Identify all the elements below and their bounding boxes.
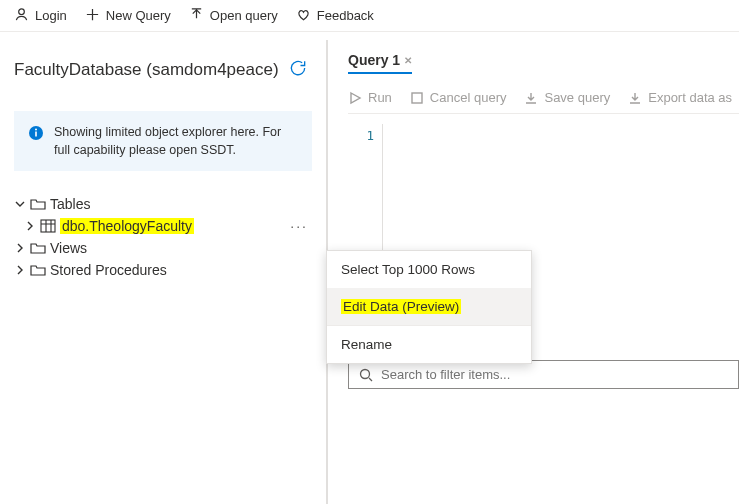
refresh-button[interactable] — [288, 58, 308, 81]
cancel-query-button[interactable]: Cancel query — [410, 90, 507, 105]
folder-icon — [30, 241, 46, 255]
svg-point-6 — [361, 369, 370, 378]
info-banner: Showing limited object explorer here. Fo… — [14, 111, 312, 171]
upload-icon — [189, 7, 204, 25]
folder-icon — [30, 197, 46, 211]
object-tree: Tables dbo.TheologyFaculty ··· Views Sto… — [14, 193, 312, 281]
run-label: Run — [368, 90, 392, 105]
info-icon — [28, 123, 44, 159]
search-icon — [359, 368, 373, 382]
svg-rect-2 — [35, 132, 37, 137]
tree-node-table-item[interactable]: dbo.TheologyFaculty ··· — [14, 215, 312, 237]
play-icon — [348, 91, 362, 105]
info-text: Showing limited object explorer here. Fo… — [54, 123, 298, 159]
square-icon — [410, 91, 424, 105]
run-button[interactable]: Run — [348, 90, 392, 105]
close-icon[interactable]: ✕ — [404, 55, 412, 66]
open-query-button[interactable]: Open query — [189, 7, 278, 25]
table-item-more-button[interactable]: ··· — [290, 218, 312, 234]
chevron-right-icon — [14, 264, 26, 276]
ctx-select-top-1000[interactable]: Select Top 1000 Rows — [327, 251, 531, 288]
top-toolbar: Login New Query Open query Feedback — [0, 0, 739, 32]
feedback-label: Feedback — [317, 8, 374, 23]
export-data-button[interactable]: Export data as — [628, 90, 732, 105]
views-label: Views — [50, 240, 87, 256]
new-query-label: New Query — [106, 8, 171, 23]
filter-search-box[interactable] — [348, 360, 739, 389]
chevron-right-icon — [24, 220, 36, 232]
query-tab-bar: Query 1 ✕ — [348, 48, 739, 74]
heart-icon — [296, 7, 311, 25]
login-button[interactable]: Login — [14, 7, 67, 25]
refresh-icon — [288, 58, 308, 78]
cancel-label: Cancel query — [430, 90, 507, 105]
folder-icon — [30, 263, 46, 277]
login-label: Login — [35, 8, 67, 23]
tree-node-sprocs[interactable]: Stored Procedures — [14, 259, 312, 281]
save-query-button[interactable]: Save query — [524, 90, 610, 105]
feedback-button[interactable]: Feedback — [296, 7, 374, 25]
chevron-right-icon — [14, 242, 26, 254]
filter-input[interactable] — [381, 367, 728, 382]
export-label: Export data as — [648, 90, 732, 105]
chevron-down-icon — [14, 198, 26, 210]
database-title: FacultyDatabase (samdom4peace) — [14, 60, 279, 80]
open-query-label: Open query — [210, 8, 278, 23]
object-explorer-sidebar: FacultyDatabase (samdom4peace) Showing l… — [0, 32, 326, 504]
download-icon — [628, 91, 642, 105]
plus-icon — [85, 7, 100, 25]
tree-node-views[interactable]: Views — [14, 237, 312, 259]
table-icon — [40, 219, 56, 233]
sprocs-label: Stored Procedures — [50, 262, 167, 278]
ctx-edit-data-label: Edit Data (Preview) — [341, 299, 461, 314]
user-icon — [14, 7, 29, 25]
gutter-line-1: 1 — [348, 128, 374, 143]
table-item-label: dbo.TheologyFaculty — [60, 218, 194, 234]
svg-rect-4 — [41, 220, 55, 232]
tab-label: Query 1 — [348, 52, 400, 68]
svg-rect-5 — [412, 93, 422, 103]
query-action-bar: Run Cancel query Save query Export data … — [348, 90, 739, 114]
tab-query-1[interactable]: Query 1 ✕ — [348, 48, 412, 74]
ctx-edit-data[interactable]: Edit Data (Preview) — [327, 288, 531, 325]
save-label: Save query — [544, 90, 610, 105]
table-context-menu: Select Top 1000 Rows Edit Data (Preview)… — [326, 250, 532, 364]
download-icon — [524, 91, 538, 105]
tables-label: Tables — [50, 196, 90, 212]
svg-point-0 — [19, 8, 25, 14]
new-query-button[interactable]: New Query — [85, 7, 171, 25]
database-header: FacultyDatabase (samdom4peace) — [14, 58, 312, 81]
ctx-rename[interactable]: Rename — [327, 326, 531, 363]
tree-node-tables[interactable]: Tables — [14, 193, 312, 215]
svg-point-3 — [35, 129, 37, 131]
